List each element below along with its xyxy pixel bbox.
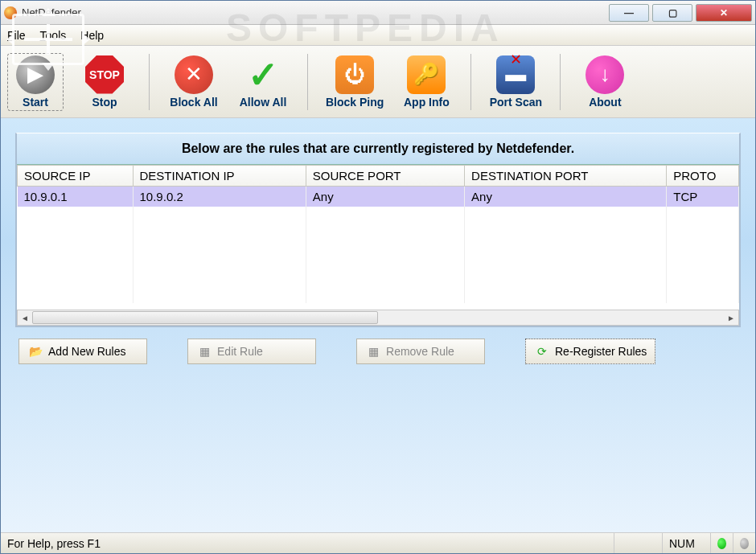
table-row[interactable]: [18, 226, 739, 245]
statusbar: For Help, press F1 NUM: [1, 532, 755, 553]
status-empty: [614, 533, 662, 553]
allow-all-button[interactable]: ✓ Allow All: [235, 54, 291, 110]
action-bar: 📂 Add New Rules ▦ Edit Rule ▦ Remove Rul…: [15, 339, 741, 364]
remove-rule-button[interactable]: ▦ Remove Rule: [356, 339, 485, 364]
app-info-button[interactable]: 🔑 App Info: [398, 54, 454, 110]
about-label: About: [589, 96, 621, 109]
power-icon: ⏻: [335, 55, 374, 94]
table-row[interactable]: 10.9.0.1 10.9.0.2 Any Any TCP: [18, 187, 739, 207]
cell-dest-port: Any: [465, 187, 667, 207]
toolbar-separator: [470, 54, 471, 110]
toolbar: ▶ Start STOP Stop ✕ Block All ✓ Allow Al…: [1, 46, 755, 118]
window: SOFTPEDIA NetDefender — ▢ ✕ File Tools H…: [0, 0, 756, 554]
add-label: dd New Rules: [55, 345, 125, 358]
col-dest-port[interactable]: DESTINATION PORT: [465, 166, 667, 187]
table-row[interactable]: [18, 207, 739, 226]
cell-dest-ip: 10.9.0.2: [133, 187, 306, 207]
block-all-label: Block All: [170, 96, 217, 109]
key-icon: 🔑: [407, 55, 446, 94]
cell-source-ip: 10.9.0.1: [18, 187, 134, 207]
status-num: NUM: [662, 533, 710, 553]
remove-label: emove Rule: [394, 345, 454, 358]
arrow-down-icon: ↓: [585, 55, 624, 94]
block-ping-label: Block Ping: [326, 96, 384, 109]
minimize-button[interactable]: —: [609, 4, 649, 22]
rules-table[interactable]: SOURCE IP DESTINATION IP SOURCE PORT DES…: [17, 165, 739, 303]
port-scan-label: Port Scan: [490, 96, 542, 109]
menubar: File Tools Help: [1, 25, 755, 46]
start-label: Start: [23, 96, 48, 109]
col-proto[interactable]: PROTO: [667, 166, 739, 187]
toolbar-separator: [307, 54, 308, 110]
scroll-track[interactable]: [32, 310, 724, 325]
check-icon: ✓: [244, 55, 282, 94]
menu-file[interactable]: File: [7, 29, 26, 42]
app-info-label: App Info: [404, 96, 450, 109]
scroll-right-icon[interactable]: ►: [724, 314, 738, 322]
play-icon: ▶: [16, 55, 55, 94]
app-icon: [4, 6, 17, 19]
about-button[interactable]: ↓ About: [577, 54, 633, 110]
window-title: NetDefender: [22, 6, 606, 18]
table-row[interactable]: [18, 265, 739, 284]
edit-rule-button[interactable]: ▦ Edit Rule: [187, 339, 316, 364]
close-button[interactable]: ✕: [696, 4, 752, 22]
port-scan-button[interactable]: ▬ Port Scan: [487, 54, 544, 110]
horizontal-scrollbar[interactable]: ◄ ►: [17, 310, 739, 326]
stop-icon: STOP: [85, 55, 124, 94]
col-source-ip[interactable]: SOURCE IP: [18, 166, 134, 187]
folder-add-icon: 📂: [27, 344, 43, 359]
edit-label: dit Rule: [224, 345, 262, 358]
led-gray-icon: [740, 538, 749, 549]
allow-all-label: Allow All: [240, 96, 287, 109]
reregister-label: Re-Register Rules: [555, 345, 647, 358]
add-rules-button[interactable]: 📂 Add New Rules: [18, 339, 147, 364]
table-row[interactable]: [18, 245, 739, 265]
scroll-thumb[interactable]: [32, 311, 378, 324]
titlebar[interactable]: NetDefender — ▢ ✕: [1, 1, 755, 25]
stop-button[interactable]: STOP Stop: [76, 54, 133, 110]
menu-tools[interactable]: Tools: [40, 29, 67, 42]
col-dest-ip[interactable]: DESTINATION IP: [133, 166, 306, 187]
table-row[interactable]: [18, 284, 739, 303]
cell-proto: TCP: [667, 187, 739, 207]
status-led-green: [710, 533, 733, 553]
status-led-gray: [733, 533, 755, 553]
x-circle-icon: ✕: [175, 55, 213, 94]
edit-icon: ▦: [196, 344, 212, 359]
rules-panel: Below are the rules that are currently r…: [15, 133, 741, 327]
toolbar-separator: [560, 54, 561, 110]
toolbar-separator: [149, 54, 150, 110]
status-help-text: For Help, press F1: [1, 533, 614, 553]
block-all-button[interactable]: ✕ Block All: [166, 54, 222, 110]
menu-help[interactable]: Help: [80, 29, 104, 42]
start-button[interactable]: ▶ Start: [7, 53, 64, 111]
scanner-icon: ▬: [496, 55, 535, 94]
col-source-port[interactable]: SOURCE PORT: [306, 166, 464, 187]
reregister-rules-button[interactable]: ⟳ Re-Register Rules: [525, 339, 655, 364]
rules-table-container: SOURCE IP DESTINATION IP SOURCE PORT DES…: [17, 165, 739, 310]
rules-heading: Below are the rules that are currently r…: [17, 133, 739, 165]
remove-icon: ▦: [365, 344, 381, 359]
refresh-icon: ⟳: [534, 344, 550, 359]
block-ping-button[interactable]: ⏻ Block Ping: [324, 54, 385, 110]
stop-label: Stop: [92, 96, 117, 109]
scroll-left-icon[interactable]: ◄: [18, 314, 32, 322]
window-controls: — ▢ ✕: [606, 4, 752, 22]
cell-source-port: Any: [306, 187, 464, 207]
content-area: Below are the rules that are currently r…: [1, 118, 755, 532]
led-green-icon: [717, 538, 726, 549]
maximize-button[interactable]: ▢: [652, 4, 692, 22]
